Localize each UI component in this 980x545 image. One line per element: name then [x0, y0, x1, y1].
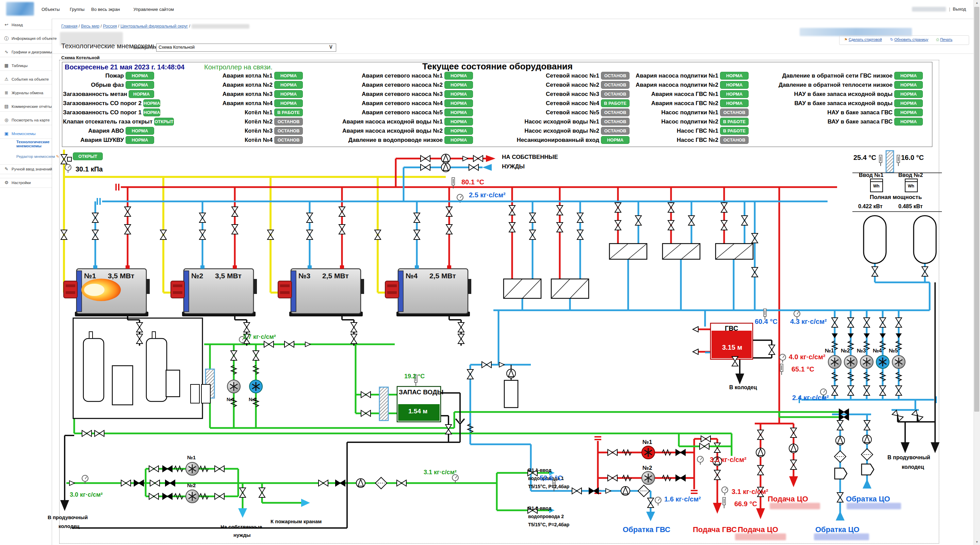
scroll-up-button[interactable]: ▲	[974, 0, 980, 6]
svg-text:№1: №1	[84, 272, 96, 280]
obratka-co-2: Обратка ЦО	[815, 525, 859, 534]
p-40: 4.0 кг·с/см²	[789, 353, 826, 361]
v12-2: водопровода 2	[528, 514, 564, 519]
expansion-tank-1	[864, 216, 886, 263]
p-30: 3.0 кг·с/см²	[70, 491, 103, 498]
soft-pump-2: №2	[249, 397, 256, 402]
gvs-pump-1: №1	[643, 439, 652, 446]
v12-3: Т5/15°С, P=2,4бар	[528, 522, 569, 527]
gvs-pump-2: №2	[643, 465, 652, 472]
p-24: 2.4 кг·с/см²	[792, 394, 829, 402]
v12-1: В1.2-ввод	[528, 505, 552, 511]
vertical-scrollbar[interactable]: ▲ ▼	[974, 0, 980, 545]
p-return: 2.5 кг·с/см²	[469, 191, 506, 199]
scada-page: ОбъектыГруппыВо весь экранУправление сай…	[0, 0, 980, 545]
t-536: 53.6 °C	[540, 474, 563, 482]
redacted-address-blue-2	[814, 534, 869, 540]
boiler-№1: №1 3,5 МВт	[64, 265, 150, 316]
t-651: 65.1 °C	[791, 365, 814, 373]
podacha-co-2: Подача ЦО	[768, 495, 808, 504]
net-pump-2: №2	[841, 348, 850, 354]
p-16: 1.6 кг·с/см²	[664, 495, 701, 503]
vvod-1: Ввод №1	[859, 172, 883, 178]
p-27: 2.7 кг·с/см²	[243, 334, 276, 340]
power-2: 0.485 кВт	[898, 203, 923, 210]
p-31r: 3.1 кг·с/см²	[732, 488, 768, 496]
fire-cranes: К пожарным кранам	[270, 518, 321, 524]
scroll-thumb[interactable]	[974, 7, 979, 412]
raw-pump-2: №2	[187, 482, 196, 488]
blowdown-l2: колодец	[59, 523, 79, 529]
redacted-address-blue-1	[846, 503, 901, 509]
raw-pump-1: №1	[187, 454, 196, 460]
own-needs-b1: На собственные	[221, 524, 262, 530]
redacted-address-pink-2	[770, 503, 820, 509]
gas-pressure: 30.1 кПа	[76, 165, 103, 173]
obratka-co-1: Обратка ЦО	[846, 495, 890, 504]
p-43: 4.3 кг·с/см²	[790, 318, 827, 326]
boiler-room-schematic: №1 3,5 МВт №2 3,5 МВт №3 2,5 МВт	[0, 0, 980, 545]
svg-text:№2: №2	[191, 272, 203, 280]
gas-valve-state-badge: ОТКРЫТ	[73, 153, 103, 160]
zapas-title: ЗАПАС ВОДЫ	[399, 389, 443, 396]
redacted-address-pink-1	[735, 534, 786, 540]
t-cold-in: 25.4 °C	[853, 154, 876, 162]
boiler-№2: №2 3,5 МВт	[171, 265, 257, 316]
blowdown-r1: В продувочный	[888, 454, 930, 461]
svg-text:3,5 МВт: 3,5 МВт	[108, 272, 134, 280]
v11-3: Т5/15°С, P=2,4бар	[528, 484, 569, 489]
podacha-gvs: Подача ГВС	[693, 525, 737, 534]
own-needs-1: НА СОБСТВЕННЫЕ	[502, 154, 558, 160]
return-pipes	[95, 167, 934, 516]
blowdown-l1: В продувочный	[48, 514, 88, 520]
boiler-№4: №4 2,5 МВт	[385, 265, 471, 316]
t-669: 66.9 °C	[734, 500, 757, 508]
p-31g: 3.1 кг·с/см²	[424, 469, 457, 476]
t-192: 19.2 °C	[404, 373, 425, 380]
net-pump-3: №3	[857, 348, 866, 354]
blowdown-r2: колодец	[902, 464, 924, 470]
p-33: 3.3 кг·с/см²	[710, 456, 746, 464]
svg-text:2,5 МВт: 2,5 МВт	[430, 272, 456, 280]
t-supply: 80.1 °C	[461, 178, 484, 186]
power-1: 0.422 кВт	[858, 203, 883, 210]
net-pump-1: №1	[825, 348, 834, 354]
boilers: №1 3,5 МВт №2 3,5 МВт №3 2,5 МВт	[64, 265, 471, 316]
svg-text:№4: №4	[406, 272, 417, 280]
obratka-gvs: Обратка ГВС	[623, 525, 670, 534]
podacha-co-1: Подача ЦО	[738, 525, 778, 534]
wh-1: Wh	[873, 184, 880, 189]
boiler-№3: №3 2,5 МВт	[278, 265, 364, 316]
net-pump-5: №5	[889, 348, 898, 354]
gas-main-valve-icon	[61, 154, 67, 164]
full-power: Полная мощность	[870, 194, 922, 201]
own-needs-b2: нужды	[234, 532, 251, 538]
net-pump-4: №4	[873, 348, 882, 354]
gvs-tank-level: 3.15 м	[722, 343, 742, 351]
water-pipes	[66, 344, 840, 510]
v11-1: В1.1-ввод	[528, 467, 552, 473]
soft-pump-1: №1	[227, 397, 234, 402]
svg-text:№3: №3	[298, 272, 310, 280]
svg-text:2,5 МВт: 2,5 МВт	[322, 272, 349, 280]
softener-filter-2	[379, 387, 388, 421]
gvs-tank-title: ГВС	[725, 324, 738, 332]
own-needs-2: НУЖДЫ	[502, 163, 525, 170]
water-treatment-unit	[73, 318, 210, 418]
inlet-heat-exchanger	[886, 151, 894, 173]
t-cold-out: 16.0 °C	[901, 154, 924, 162]
t-604: 60.4 °C	[755, 318, 778, 326]
scroll-down-button[interactable]: ▼	[974, 539, 980, 545]
expansion-tank-2	[914, 216, 936, 263]
svg-text:3,5 МВт: 3,5 МВт	[215, 272, 242, 280]
wh-2: Wh	[908, 184, 914, 189]
v-kolodec: В колодец	[729, 385, 757, 391]
zapas-level: 1.54 м	[408, 408, 427, 415]
vvod-2: Ввод №2	[898, 172, 923, 178]
